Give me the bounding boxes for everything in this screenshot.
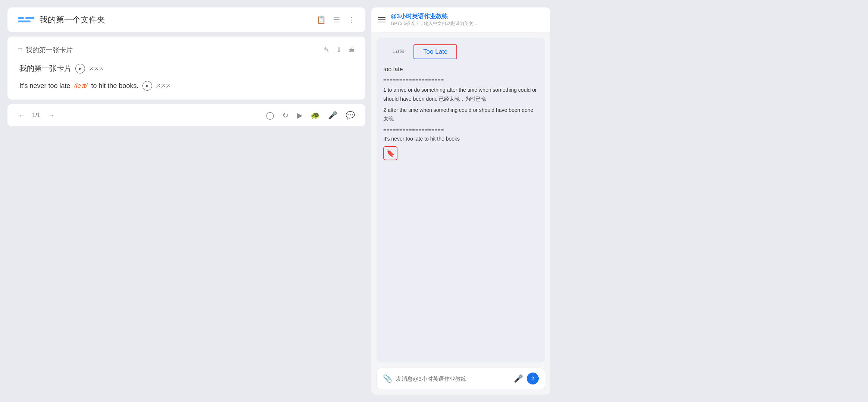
tool-area: ◯ ↻ ▶ 🐢 🎤 💬	[266, 111, 355, 120]
dict-example: It's never too late to hit the books	[383, 136, 538, 142]
input-area: 📎 🎤 ⇧	[377, 368, 545, 389]
card-word: 我的第一张卡片	[19, 63, 72, 73]
dict-tabs: Late Too Late	[383, 44, 538, 59]
download-icon[interactable]: ⇓	[336, 46, 342, 54]
right-header-title: @3小时英语作业教练 GPT3.5或以上，输入中文自动翻译为英文...	[391, 13, 477, 27]
card-area: □ 我的第一张卡片 ✎ ⇓ 🖶 我的第一张卡片 ススス It's never t…	[7, 37, 365, 100]
dict-def-1: 1 to arrive or do something after the ti…	[383, 86, 538, 104]
repeat-icon[interactable]: ↻	[282, 111, 289, 120]
mic-input-icon[interactable]: 🎤	[514, 374, 523, 383]
dict-word: too late	[383, 66, 538, 73]
card-sentence-line: It's never too late /leɪt/ to hit the bo…	[19, 81, 353, 91]
sentence-play-button[interactable]	[142, 81, 152, 91]
card-word-line: 我的第一张卡片 ススス	[19, 63, 353, 73]
list-icon[interactable]: ☰	[333, 15, 340, 24]
attach-icon[interactable]: 📎	[383, 374, 392, 383]
more-icon[interactable]: ⋮	[347, 15, 355, 24]
right-panel: @3小时英语作业教练 GPT3.5或以上，输入中文自动翻译为英文... Late…	[371, 7, 550, 395]
checklist-icon[interactable]: 📋	[317, 15, 326, 24]
right-header: @3小时英语作业教练 GPT3.5或以上，输入中文自动翻译为英文...	[371, 7, 550, 32]
left-panel: 我的第一个文件夹 📋 ☰ ⋮ □ 我的第一张卡片 ✎ ⇓ 🖶 我的第一张卡片 ス	[7, 7, 365, 126]
folder-actions: 📋 ☰ ⋮	[317, 15, 355, 24]
play-circle-icon[interactable]: ▶	[297, 111, 302, 120]
clock-icon[interactable]: ◯	[266, 111, 274, 120]
card-actions: ✎ ⇓ 🖶	[324, 46, 355, 54]
word-wave-icon: ススス	[89, 65, 103, 72]
tab-too-late[interactable]: Too Late	[413, 44, 457, 59]
bookmark-button[interactable]: 🔖	[383, 146, 397, 160]
dict-card: Late Too Late too late =================…	[377, 38, 545, 362]
sentence-wave-icon: ススス	[156, 82, 170, 89]
print-icon[interactable]: 🖶	[348, 46, 355, 54]
edit-icon[interactable]: ✎	[324, 46, 329, 54]
sentence-after: to hit the books.	[91, 82, 139, 90]
prev-button[interactable]: ←	[18, 111, 25, 120]
card-title: 我的第一张卡片	[26, 45, 73, 54]
bottom-bar: ← 1/1 → ◯ ↻ ▶ 🐢 🎤 💬	[7, 104, 365, 126]
tab-late[interactable]: Late	[383, 44, 413, 59]
folder-header: 我的第一个文件夹 📋 ☰ ⋮	[7, 7, 365, 32]
card-icon: □	[18, 46, 22, 54]
chat-icon[interactable]: 💬	[346, 111, 355, 120]
send-button[interactable]: ⇧	[527, 373, 539, 384]
card-content: 我的第一张卡片 ススス It's never too late /leɪt/ t…	[18, 63, 355, 91]
card-title-area: □ 我的第一张卡片	[18, 45, 73, 54]
folder-title: 我的第一个文件夹	[40, 14, 105, 25]
card-header: □ 我的第一张卡片 ✎ ⇓ 🖶	[18, 45, 355, 54]
dict-def-2: 2 after the time when something could or…	[383, 106, 538, 124]
dict-divider-2: ===================	[383, 127, 538, 133]
page-indicator: 1/1	[32, 112, 40, 119]
mic-icon[interactable]: 🎤	[328, 111, 337, 120]
nav-area: ← 1/1 →	[18, 111, 54, 120]
sentence-before: It's never too late	[19, 82, 70, 90]
message-input[interactable]	[396, 376, 510, 382]
hamburger-menu[interactable]	[378, 17, 386, 22]
next-button[interactable]: →	[47, 111, 54, 120]
phonetic: /leɪt/	[74, 82, 88, 90]
dict-divider-1: ===================	[383, 77, 538, 83]
right-title-sub: GPT3.5或以上，输入中文自动翻译为英文...	[391, 21, 477, 27]
word-play-button[interactable]	[75, 64, 85, 73]
folder-logo-icon	[18, 17, 34, 22]
turtle-icon[interactable]: 🐢	[311, 111, 320, 120]
right-title-main: @3小时英语作业教练	[391, 13, 477, 21]
folder-title-area: 我的第一个文件夹	[18, 14, 105, 25]
